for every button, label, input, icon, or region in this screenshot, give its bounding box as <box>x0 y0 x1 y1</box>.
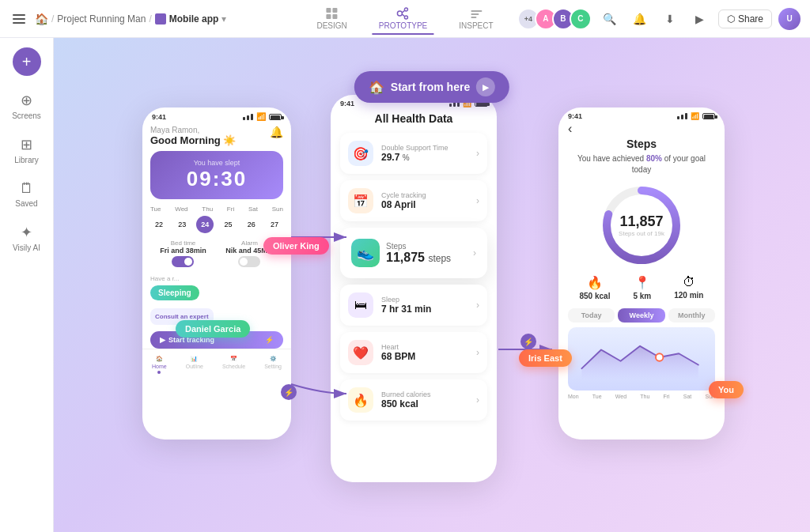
bedtime-toggle[interactable] <box>172 256 194 267</box>
svg-point-6 <box>405 16 408 19</box>
nav-home[interactable]: 🏠 Home <box>152 356 167 374</box>
phone1-notch: 9:41 📶 <box>142 108 291 123</box>
tab-monthly[interactable]: Monthly <box>668 308 715 323</box>
steps-text: Steps 11,875 steps <box>386 242 451 265</box>
calories-text: Burned calories 850 kcal <box>381 391 468 409</box>
health-item-calories[interactable]: 🔥 Burned calories 850 kcal › <box>340 379 487 421</box>
start-label: Start from here <box>391 81 470 93</box>
tab-weekly[interactable]: Weekly <box>618 308 664 323</box>
steps-chevron: › <box>473 247 476 258</box>
add-screen-button[interactable]: + <box>13 47 41 76</box>
phone1-status-icons: 📶 <box>243 112 282 121</box>
user-avatar[interactable]: U <box>778 8 801 30</box>
dropdown-arrow[interactable]: ▾ <box>221 13 226 25</box>
breadcrumb-file[interactable]: Mobile app <box>169 13 219 25</box>
canvas[interactable]: 🏠 Start from here ▶ 9:41 📶 <box>54 38 810 532</box>
stats-row: 🔥 850 kcal 📍 5 km ⏱ 120 min <box>568 275 715 300</box>
active-dot <box>157 371 161 374</box>
health-item-cycle[interactable]: 📅 Cycle tracking 08 April › <box>340 180 487 221</box>
sleep-card: You have slept 09:30 <box>150 151 283 199</box>
share-button[interactable]: ⬡ Share <box>718 9 772 28</box>
sidebar-screens-label: Screens <box>12 111 41 120</box>
sleep-text: Sleep 7 hr 31 min <box>381 296 468 315</box>
sidebar-item-saved[interactable]: 🗒 Saved <box>5 174 49 214</box>
steps-value: 11,875 steps <box>386 251 451 265</box>
support-value: 29.7 % <box>381 152 468 163</box>
svg-point-4 <box>398 11 403 16</box>
alarm-toggle[interactable] <box>238 256 260 267</box>
bolt-icon: ⚡ <box>265 336 274 344</box>
circle-steps-value: 11,857 <box>619 213 664 230</box>
sleep-icon: 🛏 <box>348 292 373 318</box>
saved-icon: 🗒 <box>20 180 34 197</box>
collab-avatars: +4 A B C <box>522 8 592 30</box>
steps-page-title: Steps <box>568 138 715 150</box>
health-item-sleep[interactable]: 🛏 Sleep 7 hr 31 min › <box>340 285 487 326</box>
avatar-3: C <box>570 8 592 30</box>
topbar-center: DESIGN PROTOTYPE INSPECT <box>310 3 499 35</box>
svg-rect-10 <box>471 13 479 15</box>
sidebar-saved-label: Saved <box>15 199 37 208</box>
bolt-connector-2: ⚡ <box>520 334 536 349</box>
chart-area <box>568 327 715 391</box>
circle-stats: 11,857 Steps out of 19k <box>619 213 664 237</box>
status-tag: Sleeping <box>150 285 199 300</box>
phone1-nav: 🏠 Home 📊 Outline 📅 Schedule ⚙️ Setting <box>142 349 291 377</box>
sidebar-item-screens[interactable]: ⊕ Screens <box>5 85 49 126</box>
phone1-greeting-block: Maya Ramon, Good Morning ☀️ <box>150 126 236 146</box>
steps-featured-card[interactable]: 👟 Steps 11,875 steps › <box>340 228 487 278</box>
svg-point-5 <box>405 8 408 11</box>
visily-icon: ✦ <box>21 224 32 241</box>
breadcrumb-project[interactable]: Project Running Man <box>57 13 146 25</box>
tab-inspect[interactable]: INSPECT <box>452 3 499 35</box>
start-from-here-button[interactable]: 🏠 Start from here ▶ <box>354 71 509 103</box>
tab-today[interactable]: Today <box>568 308 615 323</box>
hamburger-menu[interactable] <box>9 11 28 27</box>
search-button[interactable]: 🔍 <box>598 7 622 31</box>
calendar-days: TueWedThuFriSatSun <box>150 206 283 213</box>
nav-setting[interactable]: ⚙️ Setting <box>264 356 282 374</box>
back-button[interactable]: ‹ <box>568 122 715 136</box>
support-icon: 🎯 <box>348 141 373 166</box>
sidebar-visily-label: Visily AI <box>13 243 40 252</box>
phone2-content: All Health Data 🎯 Double Support Time 29… <box>331 112 497 421</box>
share-icon: ⬡ <box>727 13 735 25</box>
svg-rect-1 <box>333 8 338 13</box>
phone-1: 9:41 📶 Maya Ramon, Good Mo <box>142 108 291 440</box>
cycle-label: Cycle tracking <box>381 191 468 199</box>
svg-rect-2 <box>327 14 331 19</box>
chevron5-icon: › <box>476 394 479 406</box>
home-icon[interactable]: 🏠 <box>35 13 48 25</box>
nav-outline[interactable]: 📊 Outline <box>186 356 203 374</box>
health-item-support[interactable]: 🎯 Double Support Time 29.7 % › <box>340 133 487 174</box>
download-button[interactable]: ⬇ <box>658 7 682 31</box>
stat-time: ⏱ 120 min <box>674 275 703 300</box>
tab-design-label: DESIGN <box>316 21 346 30</box>
chevron3-icon: › <box>476 300 479 311</box>
sleep-time: 09:30 <box>158 167 275 191</box>
tab-prototype[interactable]: PROTOTYPE <box>373 3 434 35</box>
nav-schedule[interactable]: 📅 Schedule <box>222 356 245 374</box>
steps-subtitle: You have achieved 80% of your goal today <box>568 153 715 175</box>
bell-icon[interactable]: 🔔 <box>270 126 283 138</box>
calories-label: Burned calories <box>381 391 468 398</box>
play-button[interactable]: ▶ <box>688 7 712 31</box>
health-title: All Health Data <box>340 112 487 125</box>
signal-icon <box>243 114 253 120</box>
svg-line-7 <box>403 10 405 13</box>
health-item-heart[interactable]: ❤️ Heart 68 BPM › <box>340 332 487 373</box>
bedtime-item: Bed time Fri and 38min <box>160 240 206 269</box>
calendar-dates: 22 23 24 25 26 27 <box>150 216 283 233</box>
heart-icon: ❤️ <box>348 340 373 365</box>
tab-design[interactable]: DESIGN <box>310 3 353 35</box>
svg-rect-11 <box>471 17 476 18</box>
start-play-icon[interactable]: ▶ <box>476 77 495 96</box>
steps-row: 👟 Steps 11,875 steps › <box>351 239 476 267</box>
svg-rect-0 <box>327 8 331 13</box>
sidebar-item-visily[interactable]: ✦ Visily AI <box>5 217 49 258</box>
progress-circle: 11,857 Steps out of 19k <box>568 182 715 269</box>
subtitle-highlight: 80% <box>646 154 662 163</box>
notification-button[interactable]: 🔔 <box>628 7 652 31</box>
chevron4-icon: › <box>476 347 479 358</box>
sidebar-item-library[interactable]: ⊞ Library <box>5 130 49 171</box>
